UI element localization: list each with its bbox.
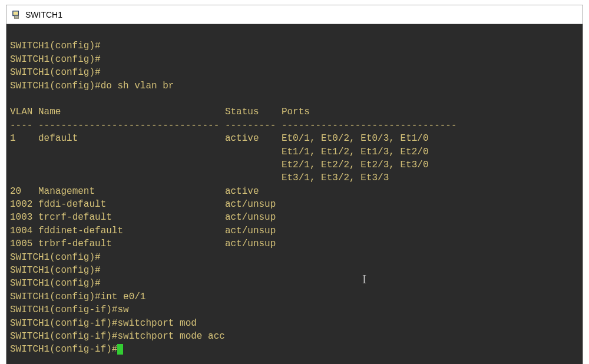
vlan-row-cont: Et2/1, Et2/2, Et2/3, Et3/0 (10, 160, 429, 170)
command-text: int e0/1 (101, 292, 146, 302)
prompt-line: SWITCH1(config)# (10, 81, 101, 91)
terminal-window: SWITCH1 SWITCH1(config)# SWITCH1(config)… (6, 5, 583, 364)
prompt-line: SWITCH1(config)# (10, 278, 101, 289)
command-text: switchport mod (117, 318, 196, 329)
vlan-row: 1005 trbrf-default act/unsup (10, 239, 276, 249)
titlebar[interactable]: SWITCH1 (6, 5, 583, 24)
separator-row: ---- -------------------------------- --… (10, 120, 457, 131)
command-text: switchport mode acc (117, 331, 224, 342)
text-cursor-icon: I (362, 270, 366, 289)
vlan-row: 1004 fddinet-default act/unsup (10, 226, 276, 236)
svg-rect-1 (14, 11, 18, 14)
command-text: do sh vlan br (101, 81, 174, 91)
putty-icon (11, 9, 22, 20)
vlan-row: 1002 fddi-default act/unsup (10, 199, 276, 210)
prompt-line: SWITCH1(config)# (10, 292, 101, 302)
prompt-line: SWITCH1(config-if)# (10, 331, 117, 342)
vlan-row: 1 default active Et0/1, Et0/2, Et0/3, Et… (10, 133, 429, 144)
prompt-line: SWITCH1(config)# (10, 252, 101, 263)
vlan-row-cont: Et1/1, Et1/2, Et1/3, Et2/0 (10, 147, 429, 157)
vlan-row: 20 Management active (10, 186, 259, 197)
blank-line (10, 92, 579, 105)
cursor (117, 344, 123, 355)
prompt-line: SWITCH1(config)# (10, 265, 101, 276)
window-title: SWITCH1 (25, 10, 62, 19)
command-text: sw (117, 305, 128, 315)
vlan-row-cont: Et3/1, Et3/2, Et3/3 (10, 173, 389, 183)
prompt-line: SWITCH1(config)# (10, 54, 101, 65)
terminal-body[interactable]: SWITCH1(config)# SWITCH1(config)# SWITCH… (6, 24, 583, 364)
prompt-line: SWITCH1(config-if)# (10, 318, 117, 329)
vlan-row: 1003 trcrf-default act/unsup (10, 212, 276, 223)
svg-rect-2 (14, 15, 18, 18)
prompt-line: SWITCH1(config-if)# (10, 344, 117, 355)
prompt-line: SWITCH1(config)# (10, 41, 101, 51)
vlan-header-row: VLAN Name Status Ports (10, 107, 310, 117)
prompt-line: SWITCH1(config-if)# (10, 305, 117, 315)
prompt-line: SWITCH1(config)# (10, 67, 101, 78)
